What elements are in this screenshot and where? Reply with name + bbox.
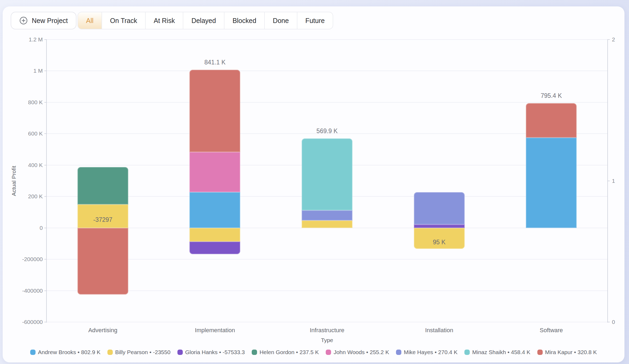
dashboard-card: New Project AllOn TrackAt RiskDelayedBlo… <box>3 6 624 362</box>
bar-total-label-software: 795.4 K <box>541 92 562 99</box>
legend-label: Andrew Brooks • 802.9 K <box>38 349 100 355</box>
bar-segment-mira-kapur-implementation[interactable] <box>189 70 240 152</box>
bar-total-label-infrastructure: 569.9 K <box>316 127 337 135</box>
bar-segment-helen-gordon-advertising[interactable] <box>77 167 128 204</box>
y-axis-label: 1.2 M <box>5 36 43 43</box>
bar-segment-minaz-shaikh-infrastructure[interactable] <box>302 138 352 210</box>
bar-total-label-implementation: 841.1 K <box>204 59 226 66</box>
right-axis-line <box>607 40 608 323</box>
bar-segment-mike-hayes-infrastructure[interactable] <box>302 210 352 220</box>
legend-item-gloria-hanks[interactable]: Gloria Hanks • -57533.3 <box>177 349 245 355</box>
legend-item-minaz-shaikh[interactable]: Minaz Shaikh • 458.4 K <box>464 349 530 355</box>
legend-swatch-icon <box>326 350 331 355</box>
legend-item-mira-kapur[interactable]: Mira Kapur • 320.8 K <box>537 349 597 355</box>
y-axis-label: 600 K <box>5 130 43 137</box>
legend-label: Minaz Shaikh • 458.4 K <box>472 349 530 355</box>
app-background: { "toolbar": { "new_project": { "label":… <box>0 0 629 364</box>
legend-label: Mira Kapur • 320.8 K <box>545 349 597 355</box>
chart-legend: Andrew Brooks • 802.9 KBilly Pearson • -… <box>3 349 624 355</box>
legend-label: John Woods • 255.2 K <box>333 349 389 355</box>
legend-swatch-icon <box>107 350 113 355</box>
legend-swatch-icon <box>30 350 36 355</box>
gridline <box>47 322 607 322</box>
legend-item-billy-pearson[interactable]: Billy Pearson • -23550 <box>107 349 170 355</box>
gridline <box>47 259 607 260</box>
y-axis-label: -400000 <box>5 287 43 295</box>
x-axis-category-label: Implementation <box>195 327 235 334</box>
y-axis-label: 800 K <box>5 99 43 106</box>
bar-total-label-advertising: -37297 <box>93 216 112 223</box>
legend-swatch-icon <box>396 350 401 355</box>
legend-swatch-icon <box>177 350 183 355</box>
bar-segment-john-woods-implementation[interactable] <box>189 152 240 192</box>
y-axis-label: 1 M <box>5 67 43 75</box>
secondary-y-axis-label: 0 <box>612 318 615 326</box>
bar-segment-mira-kapur-software[interactable] <box>526 103 577 138</box>
secondary-y-axis-label: 1 <box>612 177 615 185</box>
bar-segment-mira-kapur-advertising[interactable] <box>77 228 128 295</box>
bar-total-label-installation: 95 K <box>433 238 445 246</box>
legend-label: Mike Hayes • 270.4 K <box>404 349 457 355</box>
legend-item-andrew-brooks[interactable]: Andrew Brooks • 802.9 K <box>30 349 100 355</box>
y-axis-title: Actual Profit <box>11 166 17 196</box>
legend-swatch-icon <box>537 350 543 355</box>
bar-segment-andrew-brooks-implementation[interactable] <box>189 192 240 228</box>
gridline <box>47 102 607 103</box>
legend-label: Helen Gordon • 237.5 K <box>259 349 319 355</box>
bar-segment-gloria-hanks-implementation[interactable] <box>189 242 240 254</box>
legend-label: Billy Pearson • -23550 <box>115 349 170 355</box>
x-axis-category-label: Advertising <box>88 327 117 334</box>
y-axis-label: -600000 <box>5 318 43 326</box>
secondary-y-axis-label: 2 <box>612 36 615 43</box>
x-axis-title: Type <box>321 337 333 343</box>
legend-item-helen-gordon[interactable]: Helen Gordon • 237.5 K <box>252 349 319 355</box>
bar-segment-billy-pearson-implementation[interactable] <box>189 228 240 242</box>
legend-label: Gloria Hanks • -57533.3 <box>185 349 245 355</box>
bar-segment-gloria-hanks-installation[interactable] <box>414 224 465 228</box>
legend-item-mike-hayes[interactable]: Mike Hayes • 270.4 K <box>396 349 457 355</box>
legend-swatch-icon <box>252 350 257 355</box>
bar-segment-andrew-brooks-software[interactable] <box>526 138 577 228</box>
left-axis-line <box>46 40 47 323</box>
profit-by-type-chart: 1.2 M1 M800 K600 K400 K200 K0-200000-400… <box>3 6 624 362</box>
y-axis-label: 0 <box>5 224 43 232</box>
x-axis-category-label: Installation <box>425 327 453 334</box>
legend-swatch-icon <box>464 350 470 355</box>
y-axis-label: -200000 <box>5 255 43 263</box>
gridline <box>47 291 607 291</box>
x-axis-category-label: Infrastructure <box>310 327 344 334</box>
gridline <box>47 71 607 71</box>
bar-segment-mike-hayes-installation[interactable] <box>414 192 465 224</box>
legend-item-john-woods[interactable]: John Woods • 255.2 K <box>326 349 389 355</box>
x-axis-category-label: Software <box>540 327 563 334</box>
gridline <box>47 39 607 40</box>
bar-segment-billy-pearson-infrastructure[interactable] <box>302 220 352 228</box>
